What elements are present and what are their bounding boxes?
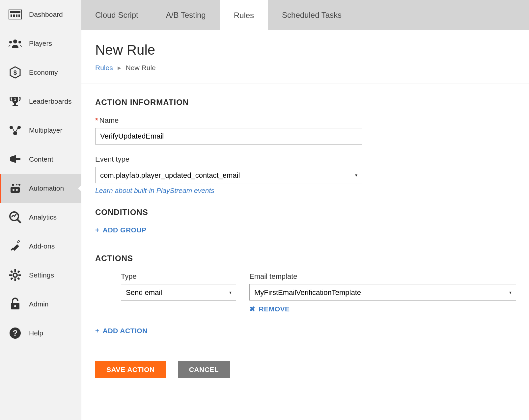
sidebar-item-label: Help — [29, 329, 43, 337]
plus-icon: + — [95, 226, 99, 234]
divider — [81, 84, 529, 84]
svg-rect-4 — [18, 14, 20, 17]
svg-point-23 — [18, 184, 20, 186]
sidebar-item-label: Add-ons — [29, 242, 55, 250]
section-header-conditions: CONDITIONS — [95, 208, 515, 217]
sidebar-item-label: Multiplayer — [29, 126, 63, 134]
tab-label: A/B Testing — [166, 11, 206, 20]
svg-rect-1 — [11, 14, 12, 17]
section-header-actions: ACTIONS — [95, 254, 515, 263]
field-event-type: Event type com.playfab.player_updated_co… — [95, 155, 515, 195]
svg-point-19 — [13, 189, 14, 191]
svg-text:?: ? — [13, 328, 18, 337]
svg-text:1: 1 — [14, 97, 16, 101]
multiplayer-icon — [7, 122, 23, 138]
sidebar-item-help[interactable]: ? Help — [0, 319, 81, 348]
sidebar-item-admin[interactable]: Admin — [0, 290, 81, 319]
cancel-button[interactable]: CANCEL — [178, 361, 230, 378]
svg-line-35 — [18, 278, 19, 279]
action-type-select[interactable]: Send email — [121, 284, 236, 301]
sidebar-item-multiplayer[interactable]: Multiplayer — [0, 116, 81, 145]
svg-rect-11 — [14, 103, 16, 105]
add-group-button[interactable]: + ADD GROUP — [95, 226, 147, 234]
label-text: Name — [99, 116, 119, 125]
add-action-button[interactable]: + ADD ACTION — [95, 327, 148, 335]
svg-line-37 — [18, 271, 19, 273]
name-input[interactable] — [95, 128, 362, 144]
svg-text:$: $ — [14, 69, 17, 76]
svg-rect-17 — [16, 158, 20, 160]
section-header-action-information: ACTION INFORMATION — [95, 98, 515, 107]
event-type-select[interactable]: com.playfab.player_updated_contact_email — [95, 167, 362, 183]
tab-rules[interactable]: Rules — [220, 0, 268, 30]
sidebar-item-economy[interactable]: $ Economy — [0, 58, 81, 87]
breadcrumb-parent-link[interactable]: Rules — [95, 64, 113, 72]
svg-point-8 — [18, 41, 21, 43]
leaderboards-icon: 1 — [7, 93, 23, 109]
add-group-label: ADD GROUP — [103, 226, 147, 234]
chevron-right-icon: ▶ — [118, 65, 121, 70]
addons-icon — [7, 238, 23, 254]
help-link-playstream-events[interactable]: Learn about built-in PlayStream events — [95, 187, 214, 195]
sidebar-item-label: Economy — [29, 68, 58, 76]
sidebar-item-analytics[interactable]: Analytics — [0, 203, 81, 232]
tab-ab-testing[interactable]: A/B Testing — [152, 0, 220, 30]
svg-rect-5 — [10, 11, 20, 13]
sidebar-item-addons[interactable]: Add-ons — [0, 232, 81, 261]
svg-rect-18 — [11, 187, 20, 193]
button-row: SAVE ACTION CANCEL — [95, 361, 515, 378]
add-action-label: ADD ACTION — [103, 327, 148, 335]
close-icon: ✖ — [249, 305, 256, 313]
sidebar-item-label: Automation — [29, 184, 64, 192]
plus-icon: + — [95, 327, 99, 335]
tab-label: Cloud Script — [95, 11, 138, 20]
svg-line-27 — [17, 242, 18, 243]
svg-point-7 — [9, 41, 12, 43]
tab-cloud-script[interactable]: Cloud Script — [81, 0, 152, 30]
tab-bar: Cloud Script A/B Testing Rules Scheduled… — [81, 0, 529, 30]
content-area: New Rule Rules ▶ New Rule ACTION INFORMA… — [81, 30, 529, 420]
main-area: Cloud Script A/B Testing Rules Scheduled… — [81, 0, 529, 420]
svg-point-14 — [10, 126, 13, 129]
field-label-event-type: Event type — [95, 155, 515, 164]
players-icon — [7, 36, 23, 51]
admin-icon — [7, 296, 23, 312]
remove-action-button[interactable]: ✖ REMOVE — [249, 305, 290, 313]
svg-point-15 — [17, 126, 21, 129]
action-row: Type Send email Email template MyFirstEm… — [121, 272, 515, 313]
sidebar: Dashboard Players $ Economy 1 Leaderboar… — [0, 0, 81, 420]
sidebar-item-leaderboards[interactable]: 1 Leaderboards — [0, 87, 81, 116]
sidebar-item-players[interactable]: Players — [0, 29, 81, 58]
svg-point-16 — [13, 131, 17, 135]
field-label-action-type: Type — [121, 272, 236, 281]
svg-rect-2 — [13, 14, 15, 17]
svg-point-29 — [13, 273, 17, 277]
svg-point-20 — [16, 189, 18, 191]
remove-label: REMOVE — [259, 305, 290, 313]
svg-rect-21 — [12, 184, 14, 186]
tab-scheduled-tasks[interactable]: Scheduled Tasks — [268, 0, 355, 30]
tab-label: Rules — [234, 11, 254, 20]
sidebar-item-content[interactable]: Content — [0, 145, 81, 174]
sidebar-item-label: Dashboard — [29, 11, 63, 18]
sidebar-item-dashboard[interactable]: Dashboard — [0, 0, 81, 29]
sidebar-item-label: Leaderboards — [29, 97, 72, 105]
economy-icon: $ — [7, 65, 23, 80]
sidebar-item-settings[interactable]: Settings — [0, 261, 81, 290]
svg-line-28 — [18, 240, 20, 242]
svg-line-36 — [11, 278, 13, 279]
sidebar-item-automation[interactable]: Automation — [0, 174, 81, 203]
svg-line-26 — [11, 248, 13, 250]
svg-point-6 — [13, 39, 17, 43]
svg-rect-12 — [13, 105, 18, 106]
save-action-button[interactable]: SAVE ACTION — [95, 361, 166, 378]
field-name: * Name — [95, 116, 515, 144]
page-title: New Rule — [95, 42, 515, 58]
field-label-email-template: Email template — [249, 272, 516, 281]
content-icon — [7, 151, 23, 167]
settings-icon — [7, 267, 23, 283]
svg-line-34 — [11, 271, 13, 273]
help-icon: ? — [7, 325, 23, 341]
analytics-icon — [7, 209, 23, 225]
email-template-select[interactable]: MyFirstEmailVerificationTemplate — [249, 284, 516, 301]
